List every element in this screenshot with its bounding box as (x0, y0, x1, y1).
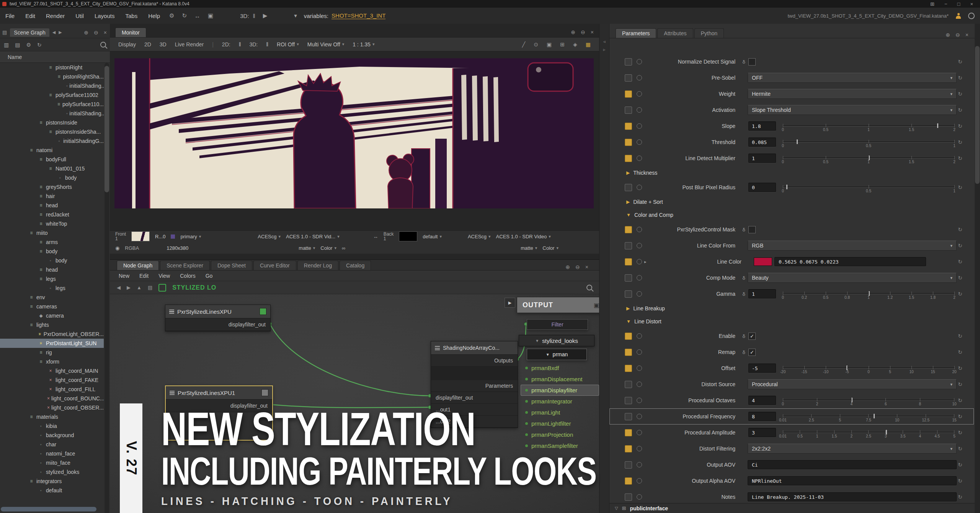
param-wrench-icon[interactable]: ↻ (958, 91, 962, 97)
tree-item[interactable]: natomi (0, 146, 104, 155)
expression-icon[interactable]: δ (741, 227, 747, 233)
node-graph-menu-item[interactable]: Edit (134, 273, 154, 279)
tree-item[interactable]: light_coord_FAKE (0, 375, 104, 385)
node-graph-menu-item[interactable]: View (154, 273, 175, 279)
compare-icon[interactable]: ◈ (573, 41, 577, 48)
group-toggle-icon[interactable] (626, 199, 630, 205)
front-matte-dropdown[interactable]: matte (299, 245, 315, 251)
param-state-badge[interactable] (625, 397, 632, 404)
parameters-tab[interactable]: Attributes (657, 28, 693, 38)
menu-item[interactable]: Edit (20, 13, 41, 19)
back-display-dropdown[interactable]: ACES 1.0 - SDR Video (496, 234, 551, 239)
search-icon[interactable] (100, 42, 106, 48)
render-play-button[interactable]: ▶ (505, 298, 515, 308)
parameters-tab[interactable]: Parameters (616, 28, 656, 38)
param-visibility-icon[interactable] (637, 430, 642, 435)
param-visibility-icon[interactable] (637, 275, 642, 280)
tree-item[interactable]: legs (0, 274, 104, 284)
prman-list-item[interactable]: prmanLight (521, 407, 599, 418)
param-wrench-icon[interactable]: ↻ (958, 429, 962, 436)
view-2d-button[interactable]: 2D (144, 41, 151, 48)
param-visibility-icon[interactable] (637, 398, 642, 403)
live-render-button[interactable]: Live Render (175, 41, 204, 48)
back-pass-dropdown[interactable]: default (423, 234, 442, 239)
parameter-row[interactable]: ▸ Offset δ ✓ -5 -5 -5 ▾ (609, 360, 974, 376)
param-wrench-icon[interactable]: ↻ (958, 259, 962, 265)
output-filter-slot[interactable]: Filter (527, 319, 588, 330)
tree-item[interactable]: body (0, 247, 104, 256)
param-wrench-icon[interactable]: ↻ (958, 123, 962, 129)
pause-2d-icon[interactable]: ‖ (239, 41, 241, 48)
param-state-badge[interactable] (625, 349, 632, 356)
param-slider[interactable]: 0 2 4 6 8 10 (783, 393, 954, 407)
group-toggle-icon[interactable] (626, 170, 630, 175)
group-toggle-icon[interactable] (626, 306, 630, 311)
parameter-row[interactable]: ▸ Color and Comp δ ✓ ▾ (609, 208, 974, 221)
pane-split-icon[interactable]: ⊖ (581, 29, 585, 35)
color-swatch[interactable] (754, 257, 772, 266)
tree-item[interactable]: PxrDistantLight_SUN (0, 339, 104, 348)
parameter-row[interactable]: ▸ Distort Filtering δ ✓ 2x2:2x2 2x2:2x2 … (609, 441, 974, 457)
parameter-row[interactable]: ▸ Pre-Sobel δ ✓ OFF OFF OFF ▾ (609, 70, 974, 86)
param-state-badge[interactable] (625, 493, 632, 501)
node-input-port[interactable]: displayfilter_out (436, 395, 473, 401)
pane-add-icon[interactable]: ⊕ (946, 32, 950, 38)
param-visibility-icon[interactable] (637, 478, 642, 483)
param-visibility-icon[interactable] (637, 333, 642, 339)
expand-icon[interactable]: ⊞ (560, 41, 565, 48)
param-state-badge[interactable] (625, 107, 632, 114)
collapse-right-icon[interactable]: ▹ (603, 47, 606, 52)
param-state-badge[interactable] (625, 290, 632, 298)
param-visibility-icon[interactable] (637, 107, 642, 113)
param-dropdown[interactable]: 2x2:2x2 ▾ (748, 444, 957, 454)
parameter-row[interactable]: ▸ Activation δ ✓ Slope Threshold Slope T… (609, 102, 974, 118)
tree-item[interactable]: char (0, 440, 104, 449)
param-text-field[interactable]: Ci (748, 460, 957, 469)
param-visibility-icon[interactable] (637, 123, 642, 129)
param-visibility-icon[interactable] (637, 462, 642, 467)
tree-item[interactable]: env (0, 293, 104, 302)
param-wrench-icon[interactable]: ↻ (958, 462, 962, 468)
param-text-field[interactable]: 0.5625 0.0675 0.0223 (774, 257, 926, 266)
parameter-row[interactable]: ▸ Line Color From δ ✓ RGB RGB RGB ▾ (609, 238, 974, 254)
swap-buffers-icon[interactable]: ↔ (373, 234, 378, 239)
tree-item[interactable]: body (0, 173, 104, 182)
tree-item[interactable]: whiteTop (0, 219, 104, 228)
param-visibility-icon[interactable] (637, 259, 642, 264)
node-output-port[interactable]: displayfilter_out (229, 321, 266, 328)
back-thumbnail[interactable] (399, 231, 417, 241)
back-channel-dropdown[interactable]: Color (542, 245, 559, 251)
param-wrench-icon[interactable]: ↻ (958, 349, 962, 355)
tree-item[interactable]: light_coord_OBSER... (0, 403, 104, 412)
param-state-badge[interactable] (625, 226, 632, 233)
front-channel-dropdown[interactable]: Color (320, 245, 336, 251)
param-wrench-icon[interactable]: ↻ (958, 333, 962, 339)
param-slider[interactable]: -20 -15 -10 -5 0 5 (783, 361, 954, 375)
lock-icon[interactable]: ◉ (115, 245, 119, 251)
gear-icon[interactable]: ⚙ (26, 42, 31, 48)
param-state-badge[interactable] (625, 74, 632, 82)
tree-item[interactable]: redJacket (0, 210, 104, 219)
param-state-badge[interactable] (625, 90, 632, 98)
page-icon[interactable]: ▤ (148, 285, 152, 290)
parameter-row[interactable]: ▸ Procedural Octaves δ ✓ 4 4 4 ▾ (609, 392, 974, 408)
search-icon[interactable] (586, 285, 592, 290)
parameters-scrollbar-thumb[interactable] (975, 46, 980, 184)
expand-tree-icon[interactable]: ▤ (15, 42, 20, 48)
pane-close-icon[interactable]: × (104, 30, 107, 36)
tree-item[interactable]: pistonsInsideSha... (0, 127, 104, 136)
param-visibility-icon[interactable] (637, 446, 642, 451)
pane-close-icon[interactable]: × (591, 29, 594, 35)
tree-item[interactable]: light_coord_FILL (0, 385, 104, 394)
param-wrench-icon[interactable]: ↻ (958, 75, 962, 81)
tree-item[interactable]: camera (0, 311, 104, 320)
prman-dropdown[interactable]: ▼ prman (527, 349, 587, 360)
node-stylized-looks[interactable]: ▼ stylized_looks (519, 335, 595, 346)
expression-icon[interactable]: δ (741, 349, 747, 355)
param-wrench-icon[interactable]: ↻ (958, 107, 962, 113)
param-number-field[interactable]: 3 (748, 428, 776, 437)
nav-forward-icon[interactable]: ▶ (127, 285, 131, 290)
triangle-down-icon[interactable]: ▽ (615, 506, 618, 511)
prman-list-item[interactable]: prmanIntegrator (521, 396, 599, 407)
tree-item[interactable]: light_coord_BOUNC... (0, 394, 104, 403)
